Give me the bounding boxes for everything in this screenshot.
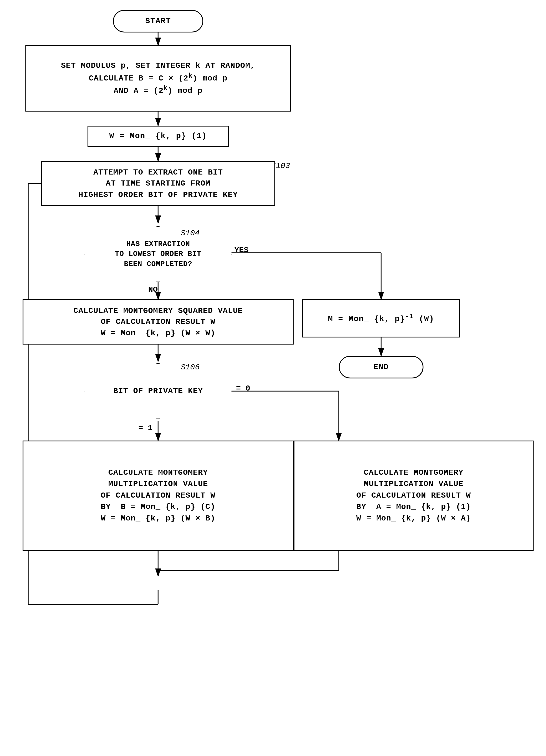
yes-label: YES xyxy=(234,246,249,254)
s105-label: CALCULATE MONTGOMERY SQUARED VALUE OF CA… xyxy=(73,305,243,339)
s104-diamond: HAS EXTRACTIONTO LOWEST ORDER BITBEEN CO… xyxy=(84,226,232,282)
eq0-label: = 0 xyxy=(236,384,250,393)
no-label: NO xyxy=(148,285,158,294)
start-label: START xyxy=(145,16,171,26)
s103-node: ATTEMPT TO EXTRACT ONE BIT AT TIME START… xyxy=(41,161,275,206)
s102-label: W = Mon_ {k, p} (1) xyxy=(109,131,207,141)
s105-node: CALCULATE MONTGOMERY SQUARED VALUE OF CA… xyxy=(23,299,293,345)
s102-node: W = Mon_ {k, p} (1) xyxy=(88,126,229,147)
s103-label: ATTEMPT TO EXTRACT ONE BIT AT TIME START… xyxy=(79,167,238,200)
s101-label: SET MODULUS p, SET INTEGER k AT RANDOM, … xyxy=(61,60,255,96)
s108-label: CALCULATE MONTGOMERY MULTIPLICATION VALU… xyxy=(356,467,471,524)
flowchart: START S101 SET MODULUS p, SET INTEGER k … xyxy=(0,0,546,756)
s101-node: SET MODULUS p, SET INTEGER k AT RANDOM, … xyxy=(25,45,291,112)
eq1-label: = 1 xyxy=(138,424,153,432)
s107-node: CALCULATE MONTGOMERY MULTIPLICATION VALU… xyxy=(23,441,293,551)
s108-node: CALCULATE MONTGOMERY MULTIPLICATION VALU… xyxy=(293,441,534,551)
s106-diamond: BIT OF PRIVATE KEY xyxy=(84,363,232,419)
arrows-svg xyxy=(0,0,546,756)
s109-label: M = Mon_ {k, p}-1 (W) xyxy=(328,312,434,324)
s107-label: CALCULATE MONTGOMERY MULTIPLICATION VALU… xyxy=(101,467,216,524)
end-label: END xyxy=(373,362,389,372)
start-node: START xyxy=(113,10,203,32)
end-node: END xyxy=(339,356,423,378)
s104-text: HAS EXTRACTIONTO LOWEST ORDER BITBEEN CO… xyxy=(84,226,232,282)
s109-node: M = Mon_ {k, p}-1 (W) xyxy=(302,299,460,337)
s106-text: BIT OF PRIVATE KEY xyxy=(84,363,232,419)
